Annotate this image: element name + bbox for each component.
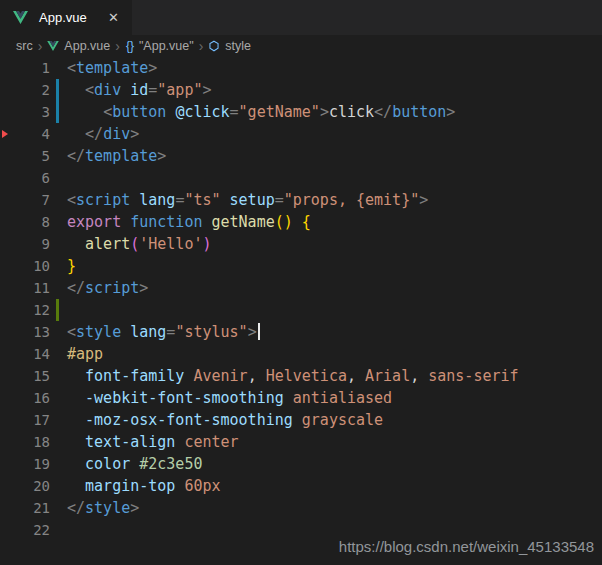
line-number[interactable]: 6 xyxy=(12,167,50,189)
code-line[interactable]: 21</style> xyxy=(0,497,602,519)
code-text[interactable]: -webkit-font-smoothing antialiased xyxy=(59,387,392,409)
braces-symbol-icon: {} xyxy=(126,39,134,53)
line-number[interactable]: 7 xyxy=(12,189,50,211)
code-text[interactable]: </script> xyxy=(59,277,148,299)
glyph-margin[interactable] xyxy=(0,299,12,321)
code-line[interactable]: 1<template> xyxy=(0,57,602,79)
code-text[interactable]: text-align center xyxy=(59,431,239,453)
code-line[interactable]: 10} xyxy=(0,255,602,277)
glyph-margin[interactable] xyxy=(0,145,12,167)
breadcrumb-item-file[interactable]: App.vue xyxy=(63,39,111,53)
glyph-margin[interactable] xyxy=(0,453,12,475)
breadcrumb-item-style[interactable]: style xyxy=(224,39,252,53)
glyph-margin[interactable] xyxy=(0,167,12,189)
glyph-margin[interactable] xyxy=(0,475,12,497)
code-line[interactable]: 19 color #2c3e50 xyxy=(0,453,602,475)
token: margin-top xyxy=(85,477,175,495)
glyph-margin[interactable] xyxy=(0,57,12,79)
code-text[interactable]: } xyxy=(59,255,76,277)
token: style xyxy=(76,323,121,341)
tab-app-vue[interactable]: App.vue ✕ xyxy=(0,0,132,35)
code-text[interactable]: <style lang="stylus"> xyxy=(59,321,260,343)
glyph-margin[interactable] xyxy=(0,189,12,211)
code-line[interactable]: 12 xyxy=(0,299,602,321)
code-text[interactable]: margin-top 60px xyxy=(59,475,221,497)
breadcrumb-item-symbol[interactable]: "App.vue" xyxy=(138,39,195,53)
code-line[interactable]: 7<script lang="ts" setup="props, {emit}"… xyxy=(0,189,602,211)
code-line[interactable]: 15 font-family Avenir, Helvetica, Arial,… xyxy=(0,365,602,387)
line-number[interactable]: 14 xyxy=(12,343,50,365)
token: setup xyxy=(230,191,275,209)
line-number[interactable]: 3 xyxy=(12,101,50,123)
line-number[interactable]: 19 xyxy=(12,453,50,475)
line-number[interactable]: 8 xyxy=(12,211,50,233)
glyph-margin[interactable] xyxy=(0,277,12,299)
code-text[interactable]: </div> xyxy=(59,123,139,145)
line-number[interactable]: 17 xyxy=(12,409,50,431)
code-text[interactable]: alert('Hello') xyxy=(59,233,212,255)
code-line[interactable]: 3 <button @click="getName">click</button… xyxy=(0,101,602,123)
code-line[interactable]: 17 -moz-osx-font-smoothing grayscale xyxy=(0,409,602,431)
code-line[interactable]: 9 alert('Hello') xyxy=(0,233,602,255)
code-text[interactable] xyxy=(59,167,67,189)
glyph-margin[interactable] xyxy=(0,101,12,123)
line-number[interactable]: 10 xyxy=(12,255,50,277)
glyph-margin[interactable] xyxy=(0,409,12,431)
glyph-margin[interactable] xyxy=(0,211,12,233)
code-text[interactable] xyxy=(59,299,67,321)
line-number[interactable]: 9 xyxy=(12,233,50,255)
line-number[interactable]: 4 xyxy=(12,123,50,145)
glyph-margin[interactable] xyxy=(0,519,12,541)
line-number[interactable]: 16 xyxy=(12,387,50,409)
code-line[interactable]: 6 xyxy=(0,167,602,189)
breadcrumb-item-src[interactable]: src xyxy=(15,39,34,53)
code-line[interactable]: 13<style lang="stylus"> xyxy=(0,321,602,343)
glyph-margin[interactable] xyxy=(0,79,12,101)
code-text[interactable]: <template> xyxy=(59,57,157,79)
line-number[interactable]: 1 xyxy=(12,57,50,79)
code-text[interactable]: #app xyxy=(59,343,103,365)
code-text[interactable]: </style> xyxy=(59,497,139,519)
line-number[interactable]: 13 xyxy=(12,321,50,343)
glyph-margin[interactable] xyxy=(0,387,12,409)
glyph-margin[interactable] xyxy=(0,343,12,365)
code-line[interactable]: 16 -webkit-font-smoothing antialiased xyxy=(0,387,602,409)
glyph-margin[interactable] xyxy=(0,365,12,387)
code-text[interactable]: export function getName() { xyxy=(59,211,311,233)
token: </ xyxy=(67,147,85,165)
code-line[interactable]: 5</template> xyxy=(0,145,602,167)
code-text[interactable]: <button @click="getName">click</button> xyxy=(59,101,455,123)
code-line[interactable]: 2 <div id="app"> xyxy=(0,79,602,101)
glyph-margin[interactable] xyxy=(0,233,12,255)
code-line[interactable]: 20 margin-top 60px xyxy=(0,475,602,497)
code-line[interactable]: 4 </div> xyxy=(0,123,602,145)
code-text[interactable]: -moz-osx-font-smoothing grayscale xyxy=(59,409,383,431)
code-text[interactable]: font-family Avenir, Helvetica, Arial, sa… xyxy=(59,365,519,387)
close-icon[interactable]: ✕ xyxy=(105,9,122,26)
line-number[interactable]: 22 xyxy=(12,519,50,541)
code-text[interactable]: color #2c3e50 xyxy=(59,453,202,475)
code-text[interactable] xyxy=(59,519,67,541)
glyph-margin[interactable] xyxy=(0,321,12,343)
token xyxy=(67,103,103,121)
line-number[interactable]: 5 xyxy=(12,145,50,167)
token: function xyxy=(130,213,202,231)
glyph-margin[interactable] xyxy=(0,497,12,519)
code-line[interactable]: 11</script> xyxy=(0,277,602,299)
glyph-margin[interactable] xyxy=(0,255,12,277)
line-number[interactable]: 2 xyxy=(12,79,50,101)
code-text[interactable]: <script lang="ts" setup="props, {emit}"> xyxy=(59,189,428,211)
line-number[interactable]: 21 xyxy=(12,497,50,519)
glyph-margin[interactable] xyxy=(0,431,12,453)
code-line[interactable]: 8export function getName() { xyxy=(0,211,602,233)
code-line[interactable]: 14#app xyxy=(0,343,602,365)
line-number[interactable]: 18 xyxy=(12,431,50,453)
glyph-margin[interactable] xyxy=(0,123,12,145)
line-number[interactable]: 15 xyxy=(12,365,50,387)
line-number[interactable]: 20 xyxy=(12,475,50,497)
line-number[interactable]: 11 xyxy=(12,277,50,299)
code-text[interactable]: <div id="app"> xyxy=(59,79,212,101)
code-line[interactable]: 18 text-align center xyxy=(0,431,602,453)
code-text[interactable]: </template> xyxy=(59,145,166,167)
line-number[interactable]: 12 xyxy=(12,299,50,321)
